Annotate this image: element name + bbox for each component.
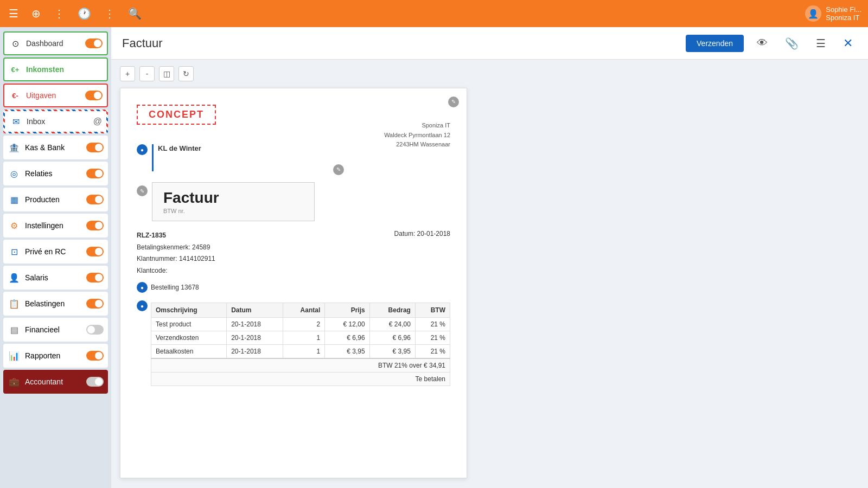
refresh-button[interactable]: ↻ (178, 66, 194, 81)
sidebar-label-relaties: Relaties (25, 169, 86, 178)
sidebar-label-dashboard: Dashboard (26, 39, 85, 48)
more2-icon[interactable]: ⋮ (102, 5, 117, 22)
date-value: 20-01-2018 (417, 230, 450, 237)
salaris-toggle[interactable] (86, 273, 104, 282)
belastingen-icon: 📋 (8, 297, 21, 310)
table-row: Verzendkosten 20-1-2018 1 € 6,96 € 6,96 … (151, 331, 450, 345)
document-area: + - ◫ ↻ ✎ CONCEPT (111, 60, 868, 488)
sidebar-item-dashboard[interactable]: ⊙ Dashboard (3, 31, 108, 55)
client-box: KL de Winter (152, 144, 201, 171)
col-header-qty: Aantal (283, 303, 325, 318)
sidebar-item-belastingen[interactable]: 📋 Belastingen (3, 292, 108, 316)
sidebar-label-instellingen: Instellingen (25, 221, 86, 230)
uitgaven-toggle[interactable] (85, 91, 103, 100)
factuur-title: Factuur (163, 189, 303, 207)
salaris-icon: 👤 (8, 271, 21, 284)
company-info: ✎ Sponiza IT Waldeck Pyrmontlaan 12 2243… (384, 121, 450, 150)
list-button[interactable]: ☰ (812, 35, 830, 52)
pin-icon-table: ● (137, 300, 148, 311)
table-section: ● Omschrijving Datum Aantal Prijs Bedrag… (137, 298, 450, 386)
col-header-date: Datum (227, 303, 283, 318)
add-icon[interactable]: ⊕ (29, 5, 43, 22)
user-name: Sophie Fi... (826, 5, 861, 14)
pin-icon-top: ✎ (448, 97, 459, 107)
sidebar-item-inkomsten[interactable]: €+ Inkomsten (3, 57, 108, 81)
prive-rc-toggle[interactable] (86, 247, 104, 256)
sidebar-item-kas-bank[interactable]: 🏦 Kas & Bank (3, 136, 108, 159)
rapporten-icon: 📊 (8, 349, 21, 362)
producten-toggle[interactable] (86, 195, 104, 204)
sidebar-item-salaris[interactable]: 👤 Salaris (3, 266, 108, 290)
accountant-toggle[interactable] (86, 377, 104, 387)
pin-icon-factuur: ✎ (137, 185, 148, 196)
customer-code-label: Klantcode: (137, 267, 168, 274)
row2-date: 20-1-2018 (227, 331, 283, 345)
menu-icon[interactable]: ☰ (7, 5, 21, 22)
sidebar-item-relaties[interactable]: ◎ Relaties (3, 162, 108, 185)
invoice-number: RLZ-1835 (137, 232, 166, 239)
history-icon[interactable]: 🕐 (75, 5, 93, 22)
payment-value: 24589 (192, 243, 210, 251)
sidebar-item-producten[interactable]: ▦ Producten (3, 188, 108, 211)
search-icon[interactable]: 🔍 (126, 5, 144, 22)
more-icon[interactable]: ⋮ (52, 5, 67, 22)
sidebar-label-kas-bank: Kas & Bank (25, 143, 86, 152)
fit-button[interactable]: ◫ (159, 66, 174, 81)
row3-description: Betaalkosten (151, 345, 227, 359)
preview-button[interactable]: 👁 (752, 35, 772, 52)
te-betalen-row: Te betalen (151, 373, 450, 386)
attach-button[interactable]: 📎 (781, 35, 803, 52)
belastingen-toggle[interactable] (86, 299, 104, 309)
sidebar-item-accountant[interactable]: 💼 Accountant (3, 370, 108, 394)
main-layout: ⊙ Dashboard €+ Inkomsten €- Uitgaven ✉ I… (0, 27, 868, 488)
customer-num-value: 1414102911 (179, 255, 215, 262)
concept-box: CONCEPT (137, 105, 216, 125)
relaties-toggle[interactable] (86, 169, 104, 178)
sidebar-item-instellingen[interactable]: ⚙ Instellingen (3, 214, 108, 237)
zoom-in-button[interactable]: + (120, 66, 135, 81)
zoom-out-button[interactable]: - (139, 66, 155, 81)
row1-date: 20-1-2018 (227, 318, 283, 331)
close-button[interactable]: ✕ (839, 34, 857, 53)
row2-description: Verzendkosten (151, 331, 227, 345)
instellingen-toggle[interactable] (86, 221, 104, 230)
col-header-description: Omschrijving (151, 303, 227, 318)
email-icon: @ (93, 117, 102, 126)
kas-bank-toggle[interactable] (86, 143, 104, 152)
row1-qty: 2 (283, 318, 325, 331)
dashboard-icon: ⊙ (9, 37, 22, 50)
topbar: ☰ ⊕ ⋮ 🕐 ⋮ 🔍 👤 Sophie Fi... Sponiza IT (0, 0, 868, 27)
row3-price: € 3,95 (325, 345, 369, 359)
inbox-icon: ✉ (9, 115, 22, 128)
rapporten-toggle[interactable] (86, 351, 104, 361)
accountant-icon: 💼 (8, 375, 21, 388)
btw-summary: BTW 21% over € 34,91 (151, 358, 450, 373)
pin-icon-client: ● (137, 144, 148, 155)
financieel-toggle[interactable] (86, 325, 104, 335)
sidebar-item-financieel[interactable]: ▤ Financieel (3, 318, 108, 342)
sidebar-item-inbox[interactable]: ✉ Inbox @ (3, 110, 108, 133)
producten-icon: ▦ (8, 193, 21, 206)
sidebar-item-prive-rc[interactable]: ⊡ Privé en RC (3, 240, 108, 264)
pin-icon-company: ✎ (333, 164, 344, 175)
bestelling-row: ● Bestelling 13678 (137, 282, 450, 293)
dashboard-toggle[interactable] (85, 38, 103, 48)
pin-company: ✎ (333, 164, 344, 175)
btw-summary-row: BTW 21% over € 34,91 (151, 358, 450, 373)
invoice-meta: RLZ-1835 Betalingskenmerk: 24589 Klantnu… (137, 230, 450, 277)
invoice-meta-right: Datum: 20-01-2018 (394, 230, 450, 277)
table-row: Test product 20-1-2018 2 € 12,00 € 24,00… (151, 318, 450, 331)
financieel-icon: ▤ (8, 323, 21, 336)
sidebar-item-rapporten[interactable]: 📊 Rapporten (3, 344, 108, 368)
sidebar-item-uitgaven[interactable]: €- Uitgaven (3, 84, 108, 107)
pin-icon-bestelling: ● (137, 282, 148, 293)
concept-label: CONCEPT (149, 109, 204, 120)
sidebar-label-inbox: Inbox (27, 117, 93, 126)
avatar: 👤 (805, 5, 821, 22)
sidebar-label-uitgaven: Uitgaven (26, 91, 85, 100)
verzenden-button[interactable]: Verzenden (686, 35, 744, 52)
row3-qty: 1 (283, 345, 325, 359)
row3-amount: € 3,95 (369, 345, 415, 359)
sidebar-label-producten: Producten (25, 195, 86, 204)
col-header-btw: BTW (415, 303, 450, 318)
